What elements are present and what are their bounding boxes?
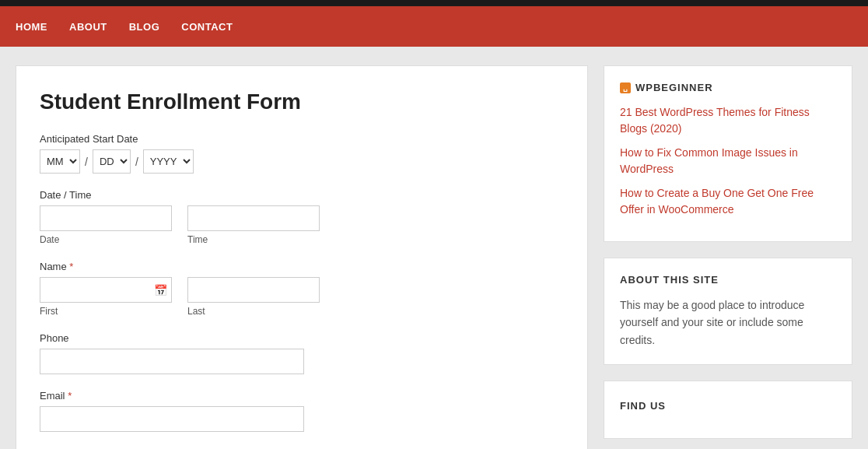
phone-section: Phone bbox=[40, 332, 564, 374]
name-section: Name * 📅 First Last bbox=[40, 261, 564, 317]
date-time-label: Date / Time bbox=[40, 189, 564, 201]
date-field-group: Date bbox=[40, 205, 172, 245]
name-label: Name * bbox=[40, 261, 564, 272]
time-sub-label: Time bbox=[187, 234, 320, 245]
day-select[interactable]: DD 010203 040506 070809 10 bbox=[93, 149, 131, 174]
date-time-section: Date / Time Date Time bbox=[40, 189, 564, 245]
sidebar: ␣ WPBEGINNER 21 Best WordPress Themes fo… bbox=[604, 65, 852, 449]
main-content: Student Enrollment Form Anticipated Star… bbox=[16, 65, 588, 449]
about-text: This may be a good place to introduce yo… bbox=[620, 296, 836, 349]
rss-widget-title: ␣ WPBEGINNER bbox=[620, 82, 836, 93]
anticipated-start-date-section: Anticipated Start Date MM 010203 040506 … bbox=[40, 133, 564, 174]
about-widget: ABOUT THIS SITE This may be a good place… bbox=[604, 258, 852, 365]
about-widget-title: ABOUT THIS SITE bbox=[620, 274, 836, 286]
nav-home[interactable]: HOME bbox=[16, 18, 47, 36]
phone-label: Phone bbox=[40, 332, 564, 344]
date-sep-1: / bbox=[85, 156, 88, 168]
first-name-group: 📅 First bbox=[40, 277, 172, 317]
date-dropdowns: MM 010203 040506 070809 101112 / DD 0102… bbox=[40, 149, 564, 174]
top-bar bbox=[0, 0, 868, 6]
nav-about[interactable]: ABOUT bbox=[69, 18, 107, 36]
date-input[interactable] bbox=[40, 205, 172, 231]
rss-link-2[interactable]: How to Fix Common Image Issues in WordPr… bbox=[620, 145, 836, 177]
date-sub-label: Date bbox=[40, 234, 172, 245]
time-input[interactable] bbox=[187, 205, 320, 231]
date-time-row: Date Time bbox=[40, 205, 564, 245]
nav-blog[interactable]: BLOG bbox=[129, 18, 160, 36]
email-label: Email * bbox=[40, 390, 564, 402]
rss-link-3[interactable]: How to Create a Buy One Get One Free Off… bbox=[620, 185, 836, 218]
name-required: * bbox=[69, 261, 73, 272]
last-name-group: Last bbox=[187, 277, 320, 317]
rss-links: 21 Best WordPress Themes for Fitness Blo… bbox=[620, 104, 836, 218]
nav-contact[interactable]: CONTACT bbox=[181, 18, 233, 36]
time-field-group: Time bbox=[187, 205, 320, 245]
last-sub-label: Last bbox=[187, 306, 320, 317]
month-select[interactable]: MM 010203 040506 070809 101112 bbox=[40, 149, 80, 174]
email-required: * bbox=[68, 390, 72, 402]
email-section: Email * bbox=[40, 390, 564, 432]
first-sub-label: First bbox=[40, 306, 172, 317]
phone-input[interactable] bbox=[40, 349, 304, 374]
name-row: 📅 First Last bbox=[40, 277, 564, 317]
email-input[interactable] bbox=[40, 406, 304, 432]
last-name-input[interactable] bbox=[187, 277, 320, 303]
rss-link-1[interactable]: 21 Best WordPress Themes for Fitness Blo… bbox=[620, 104, 836, 137]
main-nav: HOME ABOUT BLOG CONTACT bbox=[0, 6, 868, 47]
date-sep-2: / bbox=[135, 156, 138, 168]
find-us-title: FIND US bbox=[620, 400, 836, 412]
anticipated-start-date-label: Anticipated Start Date bbox=[40, 133, 564, 145]
first-name-input[interactable] bbox=[40, 277, 172, 303]
page-container: Student Enrollment Form Anticipated Star… bbox=[0, 47, 868, 449]
find-us-widget: FIND US bbox=[604, 381, 852, 439]
rss-icon: ␣ bbox=[620, 82, 631, 93]
rss-widget: ␣ WPBEGINNER 21 Best WordPress Themes fo… bbox=[604, 65, 852, 242]
form-title: Student Enrollment Form bbox=[40, 89, 564, 114]
year-select[interactable]: YYYY 202020212022 202320242025 bbox=[143, 149, 194, 174]
